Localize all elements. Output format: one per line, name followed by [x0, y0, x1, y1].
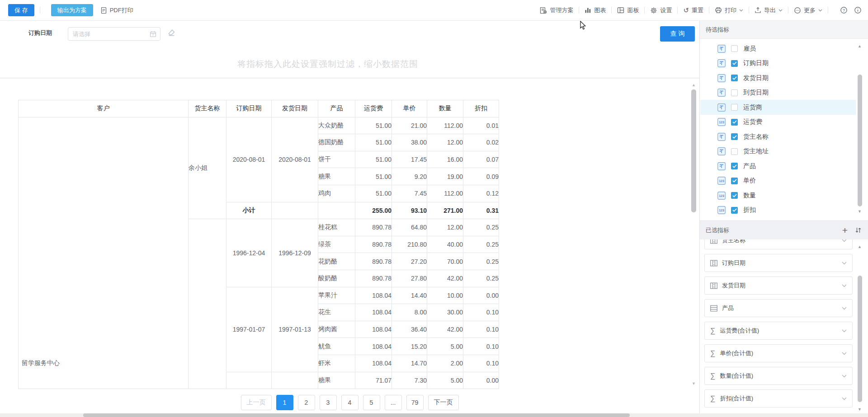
prev-page-button[interactable]: 上一页 — [241, 395, 272, 410]
scroll-down-arrow-icon[interactable]: ▼ — [858, 210, 862, 214]
output-as-plan-button[interactable]: 输出为方案 — [51, 4, 93, 16]
top-toolbar: 保 存 输出为方案 P PDF打印 管理方案 — [0, 0, 868, 21]
chevron-down-icon[interactable] — [842, 239, 847, 242]
chevron-down-icon — [739, 9, 743, 12]
page-button-1[interactable]: 1 — [276, 395, 293, 410]
checkbox-checked[interactable] — [731, 133, 738, 140]
chevron-down-icon[interactable] — [842, 284, 847, 287]
checkbox-checked[interactable] — [731, 75, 738, 81]
selected-list-scrollbar-thumb[interactable] — [858, 276, 862, 402]
checkbox-checked[interactable] — [731, 119, 738, 126]
horizontal-scrollbar-thumb[interactable] — [83, 413, 630, 417]
checkbox-unchecked[interactable] — [731, 89, 738, 96]
print-dropdown-button[interactable]: 打印 — [715, 6, 743, 14]
sort-order-icon[interactable] — [855, 227, 862, 234]
page-button-4[interactable]: 4 — [341, 395, 359, 410]
pending-item-ship-date[interactable]: 发货日期 — [700, 70, 856, 85]
checkbox-checked[interactable] — [731, 207, 738, 214]
scroll-down-arrow-icon[interactable]: ▼ — [692, 382, 696, 386]
pending-item-product[interactable]: 产品 — [700, 159, 856, 173]
date-picker-input[interactable]: 7 — [68, 27, 160, 41]
chevron-down-icon[interactable] — [842, 329, 847, 333]
scroll-up-arrow-icon[interactable]: ▲ — [692, 83, 696, 87]
chevron-down-icon[interactable] — [842, 375, 847, 378]
info-button[interactable] — [854, 6, 862, 14]
checkbox-unchecked[interactable] — [731, 148, 738, 155]
printer-icon — [715, 7, 722, 14]
pending-list-scrollbar-thumb[interactable] — [858, 75, 862, 206]
pending-item-quantity[interactable]: 123 数量 — [700, 188, 856, 203]
page-button-79[interactable]: 79 — [406, 395, 424, 410]
pending-item-order-date[interactable]: 订购日期 — [700, 56, 856, 71]
manage-plans-button[interactable]: 管理方案 — [540, 6, 573, 14]
checkbox-checked[interactable] — [731, 60, 738, 67]
date-input-field[interactable] — [72, 30, 150, 38]
more-dropdown-button[interactable]: 更多 — [794, 6, 822, 14]
reset-button[interactable]: ↺ 重置 — [683, 6, 703, 14]
pending-item-discount[interactable]: 123 折扣 — [700, 203, 856, 218]
selected-card-consignee-name[interactable]: 货主名称 — [704, 239, 853, 249]
selected-card-unit-price-sum[interactable]: ∑ 单价(合计值) — [704, 344, 853, 362]
sigma-icon: ∑ — [710, 350, 715, 357]
pending-item-arrival-date[interactable]: 到货日期 — [700, 85, 856, 100]
checkbox-unchecked[interactable] — [731, 45, 738, 52]
selected-card-ship-date[interactable]: 发货日期 — [704, 276, 853, 295]
help-button[interactable]: ? — [840, 6, 848, 14]
pending-item-consignee-address[interactable]: 货主地址 — [700, 144, 856, 159]
selected-card-order-date[interactable]: 订购日期 — [704, 254, 853, 272]
col-header-ship-date: 发货日期 — [272, 100, 318, 117]
export-dropdown-button[interactable]: 导出 — [755, 6, 783, 14]
selected-card-product[interactable]: 产品 — [704, 299, 853, 317]
sigma-icon: ∑ — [710, 395, 715, 402]
query-button[interactable]: 查 询 — [660, 26, 695, 42]
checkbox-checked[interactable] — [731, 192, 738, 199]
chevron-down-icon — [818, 9, 822, 12]
next-page-button[interactable]: 下一页 — [428, 395, 459, 410]
save-button[interactable]: 保 存 — [8, 4, 34, 16]
checkbox-checked[interactable] — [731, 163, 738, 169]
pending-item-freight[interactable]: 123 运货费 — [700, 115, 856, 130]
mouse-cursor — [580, 21, 586, 30]
selected-card-discount-sum[interactable]: ∑ 折扣(合计值) — [704, 389, 853, 408]
checkbox-checked[interactable] — [731, 178, 738, 184]
add-indicator-button[interactable]: + — [842, 225, 848, 235]
row-group-icon — [710, 260, 717, 267]
table-header-row: 客户 货主名称 订购日期 发货日期 产品 运货费 单价 数量 折扣 — [19, 100, 499, 117]
scroll-up-arrow-icon[interactable]: ▲ — [858, 245, 862, 249]
settings-button[interactable]: 设置 — [650, 6, 672, 14]
svg-text:7: 7 — [152, 33, 154, 36]
checkbox-unchecked[interactable] — [731, 104, 738, 111]
clear-filter-eraser-icon[interactable] — [167, 29, 176, 37]
table-vertical-scrollbar-thumb[interactable] — [691, 89, 696, 212]
calendar-icon[interactable]: 7 — [150, 31, 156, 37]
scroll-up-arrow-icon[interactable]: ▲ — [858, 44, 862, 48]
selected-card-quantity-sum[interactable]: ∑ 数量(合计值) — [704, 367, 853, 385]
svg-text:123: 123 — [719, 209, 724, 212]
export-upload-icon — [755, 7, 761, 14]
selected-card-freight-sum[interactable]: ∑ 运货费(合计值) — [704, 322, 853, 340]
pending-item-unit-price[interactable]: 123 单价 — [700, 173, 856, 188]
chart-button[interactable]: 图表 — [585, 6, 606, 14]
pending-item-shipper[interactable]: 运货商 — [700, 100, 856, 115]
col-header-unit-price: 单价 — [392, 100, 427, 117]
chevron-down-icon[interactable] — [842, 262, 847, 265]
consignee-cell: 余小姐 — [189, 117, 226, 219]
pdf-print-button[interactable]: P PDF打印 — [100, 6, 133, 14]
rows-icon — [710, 305, 717, 312]
page-button-3[interactable]: 3 — [320, 395, 337, 410]
panel-button[interactable]: 面板 — [617, 6, 639, 14]
number-field-icon: 123 — [717, 118, 726, 126]
col-header-product: 产品 — [318, 100, 355, 117]
col-header-order-date: 订购日期 — [226, 100, 272, 117]
scroll-down-arrow-icon[interactable]: ▼ — [858, 408, 862, 412]
svg-text:123: 123 — [719, 194, 724, 197]
chevron-down-icon[interactable] — [842, 397, 847, 400]
page-button-2[interactable]: 2 — [298, 395, 315, 410]
pending-item-employee[interactable]: 雇员 — [700, 41, 856, 56]
pending-item-consignee-name[interactable]: 货主名称 — [700, 129, 856, 144]
chevron-down-icon[interactable] — [842, 307, 847, 310]
page-ellipsis-button[interactable]: ... — [385, 395, 402, 410]
chevron-down-icon[interactable] — [842, 352, 847, 355]
row-group-icon — [710, 239, 717, 244]
page-button-5[interactable]: 5 — [363, 395, 380, 410]
